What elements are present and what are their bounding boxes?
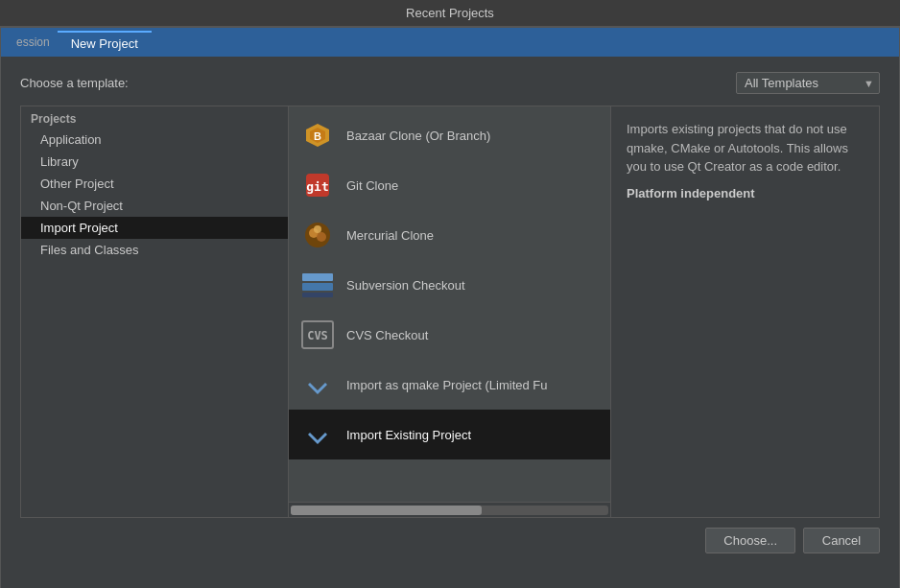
title-bar: Recent Projects <box>0 0 900 27</box>
svg-rect-9 <box>302 273 333 281</box>
svg-marker-15 <box>308 423 327 444</box>
middle-panel: B Bazaar Clone (Or Branch) git <box>289 106 611 518</box>
svg-marker-14 <box>308 373 327 394</box>
main-content: Projects Application Library Other Proje… <box>20 106 880 518</box>
svg-rect-10 <box>302 283 333 291</box>
svn-icon <box>300 268 335 302</box>
sidebar-item-other-project[interactable]: Other Project <box>21 173 288 195</box>
session-label: ession <box>9 35 58 49</box>
list-item-svn-checkout[interactable]: Subversion Checkout <box>289 260 610 310</box>
middle-list: B Bazaar Clone (Or Branch) git <box>289 106 610 502</box>
list-item-bazaar-clone[interactable]: B Bazaar Clone (Or Branch) <box>289 110 610 160</box>
right-panel: Imports existing projects that do not us… <box>611 106 880 518</box>
dialog-outer: ession New Project Choose a template: Al… <box>0 27 900 588</box>
dialog-body: Choose a template: All TemplatesApplicat… <box>1 57 899 588</box>
right-platform: Platform independent <box>627 186 864 200</box>
right-description: Imports existing projects that do not us… <box>627 120 864 176</box>
sidebar-item-import-project[interactable]: Import Project <box>21 217 288 239</box>
sidebar-item-non-qt-project[interactable]: Non-Qt Project <box>21 195 288 217</box>
title-text: Recent Projects <box>406 6 494 20</box>
mercurial-clone-label: Mercurial Clone <box>346 228 434 243</box>
list-item-import-existing[interactable]: Import Existing Project <box>289 410 610 459</box>
list-item-import-qmake[interactable]: Import as qmake Project (Limited Fu <box>289 360 610 410</box>
template-dropdown-wrapper: All TemplatesApplicationLibraryImport Pr… <box>736 72 880 94</box>
svg-text:B: B <box>314 130 321 142</box>
mercurial-icon <box>300 218 335 252</box>
bazaar-icon: B <box>300 118 335 153</box>
sidebar-item-files-and-classes[interactable]: Files and Classes <box>21 239 288 261</box>
template-dropdown[interactable]: All TemplatesApplicationLibraryImport Pr… <box>736 72 880 94</box>
git-clone-label: Git Clone <box>346 178 398 193</box>
new-project-tab[interactable]: New Project <box>58 31 152 55</box>
git-icon: git <box>300 168 335 202</box>
left-panel: Projects Application Library Other Proje… <box>20 106 289 518</box>
svg-rect-11 <box>302 293 333 297</box>
dialog-tab-bar: ession New Project <box>1 28 899 57</box>
cvs-icon: CVS <box>300 318 335 352</box>
svg-point-7 <box>317 232 326 242</box>
sidebar-item-application[interactable]: Application <box>21 129 288 151</box>
bazaar-clone-label: Bazaar Clone (Or Branch) <box>346 129 490 143</box>
choose-button[interactable]: Choose... <box>705 528 795 553</box>
list-item-mercurial-clone[interactable]: Mercurial Clone <box>289 210 610 260</box>
bottom-bar: Choose... Cancel <box>20 518 880 557</box>
middle-scrollbar-area <box>289 502 610 517</box>
import-existing-label: Import Existing Project <box>346 428 471 442</box>
h-scrollbar-thumb <box>291 506 482 515</box>
h-scrollbar[interactable] <box>291 506 608 515</box>
list-item-git-clone[interactable]: git Git Clone <box>289 160 610 210</box>
cvs-checkout-label: CVS Checkout <box>346 328 428 342</box>
svn-checkout-label: Subversion Checkout <box>346 278 465 293</box>
import-qmake-label: Import as qmake Project (Limited Fu <box>346 378 548 392</box>
svg-text:CVS: CVS <box>307 329 328 342</box>
svg-point-8 <box>314 225 321 233</box>
left-panel-section-header: Projects <box>21 106 288 129</box>
import-existing-icon <box>300 417 335 452</box>
svg-text:git: git <box>306 179 328 194</box>
cancel-button[interactable]: Cancel <box>803 528 880 553</box>
sidebar-item-library[interactable]: Library <box>21 151 288 173</box>
choose-template-label: Choose a template: <box>20 76 129 90</box>
list-item-cvs-checkout[interactable]: CVS CVS Checkout <box>289 310 610 360</box>
choose-template-row: Choose a template: All TemplatesApplicat… <box>20 72 880 94</box>
import-qmake-icon <box>300 367 335 402</box>
